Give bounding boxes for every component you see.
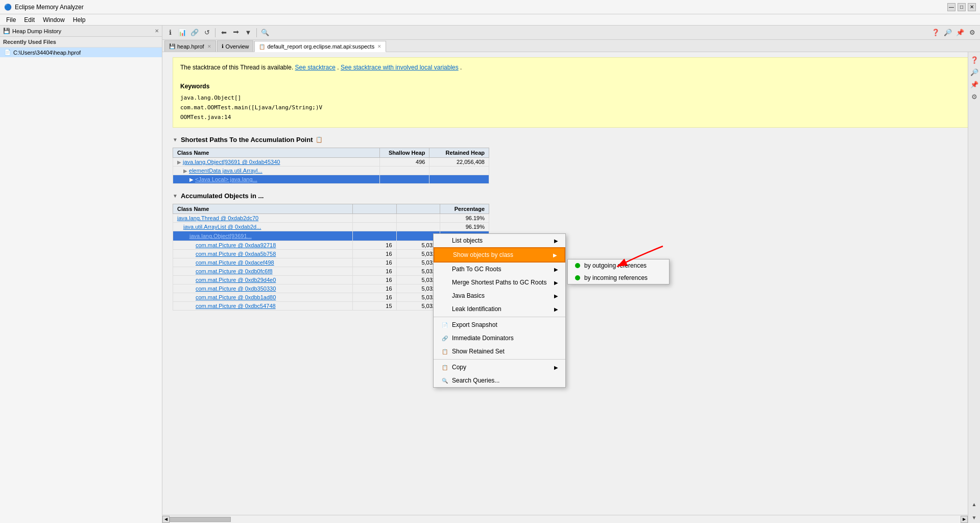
hscroll-track[interactable] xyxy=(170,517,961,522)
acc-row-link-6[interactable]: com.mat.Picture @ 0xdacef498 xyxy=(196,259,274,266)
menu-help[interactable]: Help xyxy=(69,15,90,25)
ctx-copy[interactable]: 📋 Copy ▶ xyxy=(434,361,565,374)
tab-heap-close[interactable]: ✕ xyxy=(207,44,211,49)
row-link[interactable]: java.lang.Object[93691 @ 0xdab45340 xyxy=(183,159,280,165)
left-panel-close[interactable]: ✕ xyxy=(155,28,159,34)
acc-row-link[interactable]: java.lang.Thread @ 0xdab2dc70 xyxy=(177,215,258,221)
search-toolbar-button[interactable]: 🔍 xyxy=(259,27,271,38)
ctx-copy-label: Copy xyxy=(452,364,466,371)
row-icon-2: ▶ xyxy=(183,168,187,174)
acc-row-link-4[interactable]: com.mat.Picture @ 0xdaa92718 xyxy=(196,242,276,248)
ctx-show-objects[interactable]: Show objects by class ▶ xyxy=(434,247,565,263)
acc-row-link-8[interactable]: com.mat.Picture @ 0xdb29d4e0 xyxy=(196,277,276,283)
submenu-incoming-label: by incoming references xyxy=(584,274,648,281)
tab-suspects-close[interactable]: ✕ xyxy=(377,44,381,49)
table-row[interactable]: java.util.ArrayList @ 0xdab2d... 96.19% xyxy=(173,223,489,231)
maximize-button[interactable]: □ xyxy=(958,3,966,11)
horizontal-scrollbar[interactable]: ◀ ▶ xyxy=(162,515,968,523)
left-panel-title: Heap Dump History xyxy=(12,28,61,34)
scroll-up-arrow[interactable]: ▲ xyxy=(969,498,980,510)
right-icon-1[interactable]: ❓ xyxy=(969,54,980,65)
file-icon: 📄 xyxy=(4,49,11,56)
close-button[interactable]: ✕ xyxy=(968,3,976,11)
ctx-export[interactable]: 📄 Export Snapshot xyxy=(434,318,565,331)
acc-row-name-2: java.util.ArrayList @ 0xdab2d... xyxy=(173,223,353,231)
acc-row-name-6: com.mat.Picture @ 0xdacef498 xyxy=(173,258,353,267)
scroll-right-btn[interactable]: ▶ xyxy=(961,516,968,523)
menu-file[interactable]: File xyxy=(2,15,20,25)
table-row[interactable]: java.lang.Thread @ 0xdab2dc70 96.19% xyxy=(173,214,489,223)
link-button[interactable]: 🔗 xyxy=(189,27,200,38)
pin-button[interactable]: 📌 xyxy=(954,27,966,38)
shortest-paths-table: Class Name Shallow Heap Retained Heap ▶ … xyxy=(173,148,489,184)
collapse-accumulated[interactable]: ▼ xyxy=(173,193,178,199)
nav-forward-button[interactable]: ⮕ xyxy=(230,27,242,38)
see-stacktrace-involved-link[interactable]: See stacktrace with involved local varia… xyxy=(341,64,459,71)
ctx-export-icon: 📄 xyxy=(441,321,449,329)
ctx-show-icon xyxy=(442,251,450,259)
tab-overview-icon: ℹ xyxy=(222,43,224,49)
scroll-left-btn[interactable]: ◀ xyxy=(162,516,170,523)
scroll-down-arrow[interactable]: ▼ xyxy=(969,512,980,523)
tab-overview[interactable]: ℹ Overview xyxy=(217,40,254,52)
acc-row-name-5: com.mat.Picture @ 0xdaa5b758 xyxy=(173,250,353,258)
acc-row-link-2[interactable]: java.util.ArrayList @ 0xdab2d... xyxy=(183,224,261,230)
ctx-merge-shortest[interactable]: Merge Shortest Paths to GC Roots ▶ xyxy=(434,276,565,289)
col-classname: Class Name xyxy=(173,148,380,158)
tab-suspects[interactable]: 📋 default_report org.eclipse.mat.api:sus… xyxy=(254,41,386,52)
tab-heap-hprof[interactable]: 💾 heap.hprof ✕ xyxy=(164,40,216,52)
ctx-leak-id[interactable]: Leak Identification ▶ xyxy=(434,302,565,316)
see-stacktrace-link[interactable]: See stacktrace xyxy=(295,64,336,71)
help-button[interactable]: ❓ xyxy=(930,27,941,38)
note-box: The stacktrace of this Thread is availab… xyxy=(173,57,975,128)
info-button[interactable]: ℹ xyxy=(164,27,176,38)
submenu-incoming[interactable]: by incoming references xyxy=(568,272,669,284)
row-classname: ▶ java.lang.Object[93691 @ 0xdab45340 xyxy=(173,158,380,167)
acc-row-link-11[interactable]: com.mat.Picture @ 0xdbc54748 xyxy=(196,303,276,309)
hscroll-thumb[interactable] xyxy=(170,517,231,522)
nav-back-button[interactable]: ⬅ xyxy=(218,27,229,38)
acc-row-link-5[interactable]: com.mat.Picture @ 0xdaa5b758 xyxy=(196,251,276,257)
menu-edit[interactable]: Edit xyxy=(20,15,39,25)
acc-row-link-10[interactable]: com.mat.Picture @ 0xdbb1ad80 xyxy=(196,294,276,300)
ctx-export-label: Export Snapshot xyxy=(452,321,497,328)
minimize-button[interactable]: — xyxy=(947,3,955,11)
acc-row-link-9[interactable]: com.mat.Picture @ 0xdb350330 xyxy=(196,286,276,292)
chart-button[interactable]: 📊 xyxy=(177,27,188,38)
acc-col-retained xyxy=(396,204,440,214)
table-row[interactable]: ▶ java.lang.Object[93691 @ 0xdab45340 49… xyxy=(173,158,489,167)
ctx-list-objects[interactable]: List objects ▶ xyxy=(434,234,565,247)
ctx-list-arrow: ▶ xyxy=(554,238,558,244)
file-item[interactable]: 📄 C:\Users\34404\heap.hprof xyxy=(0,47,162,57)
right-icon-4[interactable]: ⚙ xyxy=(969,91,980,102)
row-link-2[interactable]: elementData java.util.Arrayl... xyxy=(189,168,262,174)
right-icon-2[interactable]: 🔎 xyxy=(969,66,980,78)
note-separator: . xyxy=(337,64,341,71)
acc-row-link-7[interactable]: com.mat.Picture @ 0xdb0fc6f8 xyxy=(196,268,273,274)
table-row[interactable]: ▶ elementData java.util.Arrayl... xyxy=(173,167,489,175)
dropdown-button[interactable]: ▼ xyxy=(243,27,254,38)
collapse-shortest-paths[interactable]: ▼ xyxy=(173,137,178,142)
row-shallow-3 xyxy=(380,175,429,184)
row-retained-2 xyxy=(429,167,489,175)
ctx-leak-label: Leak Identification xyxy=(452,305,501,313)
ctx-dom-icon: 🔗 xyxy=(441,334,449,342)
ctx-show-retained[interactable]: 📋 Show Retained Set xyxy=(434,345,565,358)
ctx-path-gc[interactable]: Path To GC Roots ▶ xyxy=(434,263,565,276)
ctx-java-basics[interactable]: Java Basics ▶ xyxy=(434,289,565,302)
row-link-3[interactable]: <Java Local> java.lang... xyxy=(195,176,257,182)
acc-row-link-3[interactable]: java.lang.Object[93691... xyxy=(189,233,252,239)
ctx-search-queries[interactable]: 🔍 Search Queries... xyxy=(434,374,565,387)
tab-overview-label: Overview xyxy=(226,43,249,50)
context-menu: List objects ▶ Show objects by class ▶ P… xyxy=(433,233,566,388)
refresh-button[interactable]: ↺ xyxy=(201,27,212,38)
inspect-button[interactable]: 🔎 xyxy=(942,27,953,38)
acc-col-shallow xyxy=(353,204,396,214)
ctx-immediate-dom[interactable]: 🔗 Immediate Dominators xyxy=(434,331,565,345)
accumulated-objects-table-container: Class Name Percentage java.lang.Thread @… xyxy=(173,204,975,311)
settings-button[interactable]: ⚙ xyxy=(967,27,978,38)
menu-window[interactable]: Window xyxy=(39,15,69,25)
table-row-selected[interactable]: ▶ <Java Local> java.lang... xyxy=(173,175,489,184)
ctx-dom-label: Immediate Dominators xyxy=(452,335,514,342)
right-icon-3[interactable]: 📌 xyxy=(969,79,980,90)
